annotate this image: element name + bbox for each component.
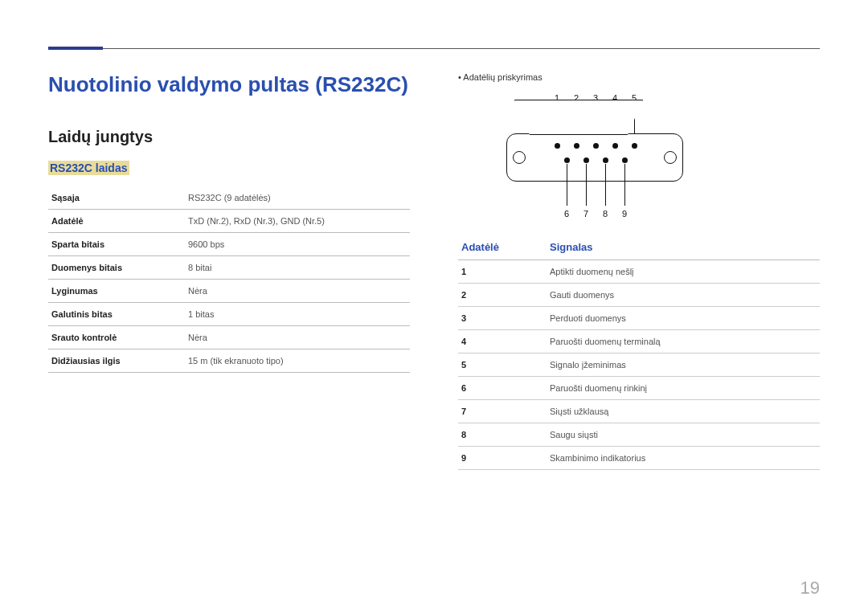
wire — [624, 164, 625, 206]
spec-key: Didžiausias ilgis — [48, 349, 185, 373]
page: Nuotolinio valdymo pultas (RS232C) Laidų… — [0, 0, 868, 613]
table-row: 2Gauti duomenys — [458, 284, 820, 307]
spec-val: 9600 bps — [185, 233, 410, 256]
signal-table: 1Aptikti duomenų nešlį 2Gauti duomenys 3… — [458, 260, 820, 470]
accent-bar — [48, 47, 103, 50]
pin-num: 1 — [458, 260, 547, 284]
pin-num: 9 — [458, 447, 547, 470]
pin-icon — [612, 143, 618, 149]
table-row: Srauto kontrolėNėra — [48, 326, 410, 349]
left-column: Nuotolinio valdymo pultas (RS232C) Laidų… — [48, 72, 434, 581]
pin-icon — [564, 157, 570, 163]
pin-num: 7 — [458, 400, 547, 423]
table-row: Didžiausias ilgis15 m (tik ekranuoto tip… — [48, 349, 410, 373]
signal-name: Gauti duomenys — [547, 284, 820, 307]
spec-key: Sparta bitais — [48, 233, 185, 256]
wire — [567, 164, 567, 206]
signal-name: Signalo įžeminimas — [547, 353, 820, 377]
signal-name: Skambinimo indikatorius — [547, 447, 820, 470]
pin-icon — [622, 157, 628, 163]
spec-val: RS232C (9 adatėlės) — [185, 186, 410, 210]
pin-num: 5 — [458, 353, 547, 377]
table-row: 5Signalo įžeminimas — [458, 353, 820, 377]
content-columns: Nuotolinio valdymo pultas (RS232C) Laidų… — [48, 72, 820, 581]
signal-table-header: Adatėlė Signalas — [458, 235, 820, 260]
signal-name: Siųsti užklausą — [547, 400, 820, 423]
table-row: Galutinis bitas1 bitas — [48, 303, 410, 326]
pin-icon — [593, 143, 599, 149]
spec-key: Lyginumas — [48, 280, 185, 303]
spec-key: Sąsaja — [48, 186, 185, 210]
spec-val: 15 m (tik ekranuoto tipo) — [185, 349, 410, 373]
spec-val: TxD (Nr.2), RxD (Nr.3), GND (Nr.5) — [185, 210, 410, 233]
spec-val: 8 bitai — [185, 256, 410, 280]
table-row: 9Skambinimo indikatorius — [458, 447, 820, 470]
subsection-highlight: RS232C laidas — [48, 161, 129, 175]
page-title: Nuotolinio valdymo pultas (RS232C) — [48, 72, 410, 97]
pin-label-bot: 7 — [583, 209, 588, 219]
spec-table: SąsajaRS232C (9 adatėlės) AdatėlėTxD (Nr… — [48, 186, 410, 373]
spec-val: 1 bitas — [185, 303, 410, 326]
signal-name: Perduoti duomenys — [547, 307, 820, 330]
table-row: LyginumasNėra — [48, 280, 410, 303]
table-row: 7Siųsti užklausą — [458, 400, 820, 423]
table-row: 6Paruošti duomenų rinkinį — [458, 377, 820, 400]
signal-name: Paruošti duomenų terminalą — [547, 330, 820, 353]
pin-num: 3 — [458, 307, 547, 330]
table-row: 1Aptikti duomenų nešlį — [458, 260, 820, 284]
pin-label-bot: 8 — [603, 209, 608, 219]
table-row: Duomenys bitais8 bitai — [48, 256, 410, 280]
spec-key: Duomenys bitais — [48, 256, 185, 280]
pin-label-bot: 6 — [564, 209, 569, 219]
spec-key: Adatėlė — [48, 210, 185, 233]
pin-num: 4 — [458, 330, 547, 353]
section-heading: Laidų jungtys — [48, 128, 410, 146]
pin-num: 6 — [458, 377, 547, 400]
top-rule — [48, 48, 820, 49]
pin-label-bot: 9 — [622, 209, 627, 219]
table-row: 4Paruošti duomenų terminalą — [458, 330, 820, 353]
connector-shell — [506, 133, 683, 182]
spec-val: Nėra — [185, 280, 410, 303]
right-column: Adatėlių priskyrimas 1 2 3 4 5 — [434, 72, 820, 581]
pin-icon — [603, 157, 608, 163]
page-number: 19 — [800, 578, 820, 599]
spec-key: Srauto kontrolė — [48, 326, 185, 349]
spec-key: Galutinis bitas — [48, 303, 185, 326]
pin-num: 8 — [458, 423, 547, 447]
table-row: 3Perduoti duomenys — [458, 307, 820, 330]
spec-val: Nėra — [185, 326, 410, 349]
screw-hole-icon — [513, 151, 526, 164]
header-pin: Adatėlė — [461, 241, 550, 253]
bullet-pin-assignment: Adatėlių priskyrimas — [458, 72, 820, 82]
connector-face — [514, 100, 643, 135]
pin-icon — [555, 143, 560, 149]
subsection-heading: RS232C laidas — [50, 161, 128, 174]
pin-icon — [632, 143, 637, 149]
table-row: Sparta bitais9600 bps — [48, 233, 410, 256]
table-row: 8Saugu siųsti — [458, 423, 820, 447]
pin-icon — [574, 143, 579, 149]
wire — [586, 164, 587, 206]
table-row: AdatėlėTxD (Nr.2), RxD (Nr.3), GND (Nr.5… — [48, 210, 410, 233]
wire — [605, 164, 606, 206]
signal-name: Aptikti duomenų nešlį — [547, 260, 820, 284]
table-row: SąsajaRS232C (9 adatėlės) — [48, 186, 410, 210]
db9-connector-diagram: 1 2 3 4 5 — [490, 93, 699, 222]
header-signal: Signalas — [550, 241, 592, 253]
pin-icon — [583, 157, 589, 163]
pin-num: 2 — [458, 284, 547, 307]
signal-name: Paruošti duomenų rinkinį — [547, 377, 820, 400]
signal-name: Saugu siųsti — [547, 423, 820, 447]
screw-hole-icon — [664, 151, 677, 164]
